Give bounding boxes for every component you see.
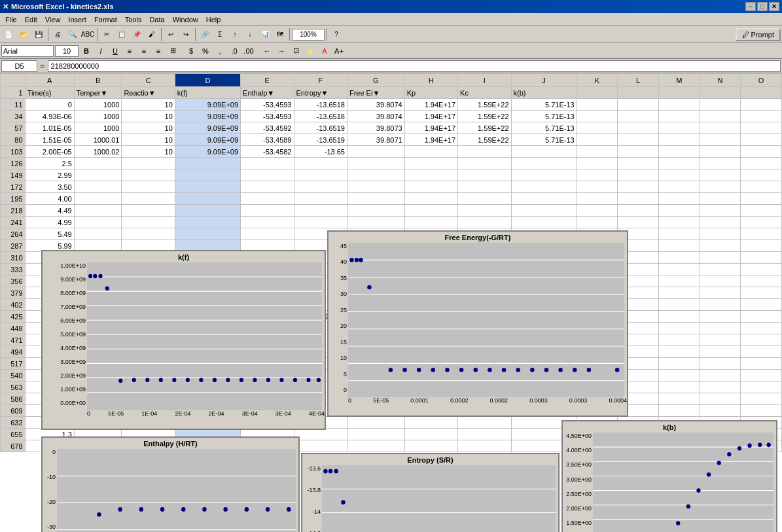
cell-r517-c12[interactable] [659,358,700,370]
cell-r218-c1[interactable] [74,205,122,217]
cell-r540-c12[interactable] [659,370,700,381]
cell-r126-c11[interactable] [618,158,659,169]
cell-r149-c0[interactable]: 2.99 [25,169,74,181]
col-header-g[interactable]: G [347,74,404,87]
cell-r241-c8[interactable] [458,217,511,228]
cell-r126-c2[interactable] [122,158,175,169]
cell-r218-c5[interactable] [294,205,347,217]
cell-r34-c4[interactable]: -53.4593 [241,111,294,122]
chart-kf[interactable]: k(f) 1.00E+10 9.00E+09 8.00E+09 7.00E+09… [41,250,326,430]
cell-r310-c13[interactable] [700,252,741,264]
col-header-a[interactable]: A [25,74,74,87]
cell-r11-c11[interactable] [618,99,659,111]
cell-r471-c12[interactable] [659,334,700,346]
cell-r172-c1[interactable] [74,181,122,193]
cell-r57-c10[interactable] [577,122,618,134]
cell-r356-c12[interactable] [659,275,700,287]
cell-r11-c13[interactable] [700,99,741,111]
cell-r241-c10[interactable] [577,217,618,228]
cell-r126-c6[interactable] [347,158,404,169]
font-size-inc-button[interactable]: A+ [332,44,346,58]
cell-r1-c9[interactable]: k(b) [511,87,577,99]
cell-r1-c1[interactable]: Temper▼ [74,87,122,99]
cell-r57-c5[interactable]: -13.6519 [294,122,347,134]
cell-r264-c13[interactable] [700,228,741,240]
cell-r80-c0[interactable]: 1.51E-05 [25,134,74,146]
menu-window[interactable]: Window [169,14,202,25]
cell-r80-c10[interactable] [577,134,618,146]
cell-r195-c3[interactable] [175,193,240,205]
autosum-button[interactable]: Σ [213,27,227,42]
cell-r57-c4[interactable]: -53.4592 [241,122,294,134]
cell-r57-c2[interactable]: 10 [122,122,175,134]
cell-r310-c14[interactable] [741,252,782,264]
cell-r218-c7[interactable] [404,205,457,217]
cell-r34-c13[interactable] [700,111,741,122]
cell-r126-c10[interactable] [577,158,618,169]
font-color-button[interactable]: A [318,44,331,58]
cell-r609-c12[interactable] [659,405,700,417]
cell-r11-c4[interactable]: -53.4593 [241,99,294,111]
cell-r356-c14[interactable] [741,275,782,287]
cell-r11-c2[interactable]: 10 [122,99,175,111]
cell-r287-c12[interactable] [659,240,700,252]
cell-r149-c3[interactable] [175,169,240,181]
cell-r218-c9[interactable] [511,205,577,217]
cell-r655-c7[interactable] [404,429,457,440]
cell-r34-c3[interactable]: 9.09E+09 [175,111,240,122]
maximize-button[interactable]: □ [757,2,768,11]
cell-r149-c12[interactable] [659,169,700,181]
cell-r195-c0[interactable]: 4.00 [25,193,74,205]
cell-r379-c13[interactable] [700,287,741,299]
cell-r471-c14[interactable] [741,334,782,346]
cell-r126-c13[interactable] [700,158,741,169]
cell-r34-c11[interactable] [618,111,659,122]
col-header-m[interactable]: M [659,74,700,87]
cell-r448-c13[interactable] [700,323,741,334]
col-header-e[interactable]: E [241,74,294,87]
cell-r149-c13[interactable] [700,169,741,181]
sort-desc-button[interactable]: ↓ [243,27,257,42]
cell-r632-c6[interactable] [347,417,404,429]
cell-r494-c14[interactable] [741,346,782,358]
cell-r126-c0[interactable]: 2.5 [25,158,74,169]
cell-r241-c6[interactable] [347,217,404,228]
cell-r103-c10[interactable] [577,146,618,158]
cell-r149-c1[interactable] [74,169,122,181]
cell-r80-c1[interactable]: 1000.01 [74,134,122,146]
format-painter-button[interactable]: 🖌 [145,27,159,42]
cell-r57-c3[interactable]: 9.09E+09 [175,122,240,134]
cell-r241-c0[interactable]: 4.99 [25,217,74,228]
chart-kb[interactable]: k(b) 4.50E+00 4.00E+00 3.50E+00 3.00E+00… [561,420,777,532]
redo-button[interactable]: ↪ [179,27,193,42]
cell-r80-c6[interactable]: 39.8071 [347,134,404,146]
decrease-decimal-button[interactable]: .00 [242,44,255,58]
cell-r34-c7[interactable]: 1.94E+17 [404,111,457,122]
cell-r241-c12[interactable] [659,217,700,228]
col-header-o[interactable]: O [741,74,782,87]
cell-r57-c6[interactable]: 39.8073 [347,122,404,134]
cell-r609-c13[interactable] [700,405,741,417]
cell-r218-c6[interactable] [347,205,404,217]
font-name-input[interactable]: Arial [1,45,54,57]
cell-r494-c13[interactable] [700,346,741,358]
cell-r34-c6[interactable]: 39.8074 [347,111,404,122]
cell-r149-c9[interactable] [511,169,577,181]
cell-r11-c6[interactable]: 39.8074 [347,99,404,111]
minimize-button[interactable]: ─ [745,2,756,11]
cell-r80-c14[interactable] [741,134,782,146]
cell-r57-c14[interactable] [741,122,782,134]
cell-r57-c12[interactable] [659,122,700,134]
cell-r540-c13[interactable] [700,370,741,381]
chart-enthalpy[interactable]: Enthalpy (H/RT) 0 -10 -20 -30 -40 -50 [41,436,300,532]
font-size-input[interactable]: 10 [55,45,79,57]
close-button[interactable]: ✕ [769,2,779,11]
cell-r655-c6[interactable] [347,429,404,440]
cell-ref-input[interactable]: D5 [1,60,37,72]
cell-r57-c9[interactable]: 5.71E-13 [511,122,577,134]
italic-button[interactable]: I [94,44,107,58]
cell-r172-c5[interactable] [294,181,347,193]
cell-r103-c7[interactable] [404,146,457,158]
cell-r655-c5[interactable] [294,429,347,440]
col-header-c[interactable]: C [122,74,175,87]
